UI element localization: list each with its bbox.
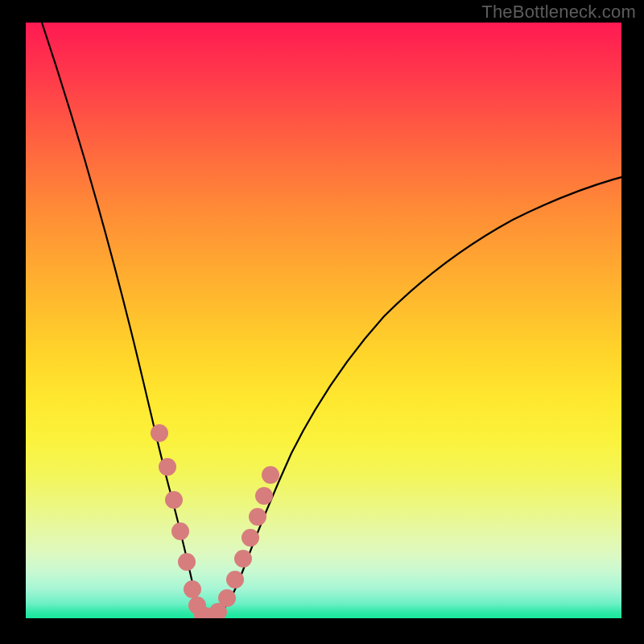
bottleneck-curve — [26, 23, 621, 618]
marker-dot — [151, 424, 168, 442]
marker-dot — [165, 491, 183, 509]
marker-dot — [184, 580, 201, 598]
marker-dot — [249, 508, 266, 526]
marker-dot — [159, 458, 176, 476]
marker-dot — [255, 487, 273, 505]
chart-frame: TheBottleneck.com — [0, 0, 644, 644]
marker-dot — [218, 589, 236, 607]
marker-dot — [171, 522, 189, 540]
curve-path — [42, 23, 621, 617]
marker-dot — [262, 466, 279, 484]
watermark-text: TheBottleneck.com — [481, 2, 636, 23]
marker-dot — [234, 550, 252, 568]
marker-dot — [242, 529, 259, 547]
marker-group — [151, 424, 279, 618]
marker-dot — [226, 571, 244, 588]
marker-dot — [178, 553, 196, 571]
